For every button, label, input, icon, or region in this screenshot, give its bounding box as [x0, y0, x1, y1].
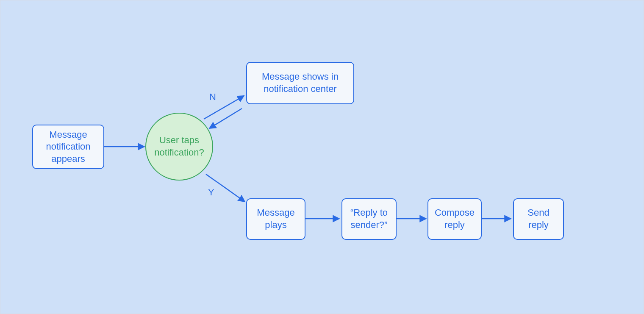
node-yes1: Message plays — [246, 198, 305, 240]
node-yes2: “Reply to sender?” — [341, 198, 397, 240]
edge-label-yes: Y — [208, 187, 214, 198]
edge-no-decision — [209, 108, 242, 128]
flowchart-canvas: Message notification appears User taps n… — [0, 0, 644, 314]
node-start: Message notification appears — [32, 125, 104, 169]
node-yes4: Send reply — [513, 198, 564, 240]
node-decision: User taps notification? — [145, 113, 213, 181]
node-no-branch: Message shows in notification center — [246, 62, 354, 104]
node-yes3: Compose reply — [427, 198, 482, 240]
edge-label-no: N — [209, 92, 216, 103]
